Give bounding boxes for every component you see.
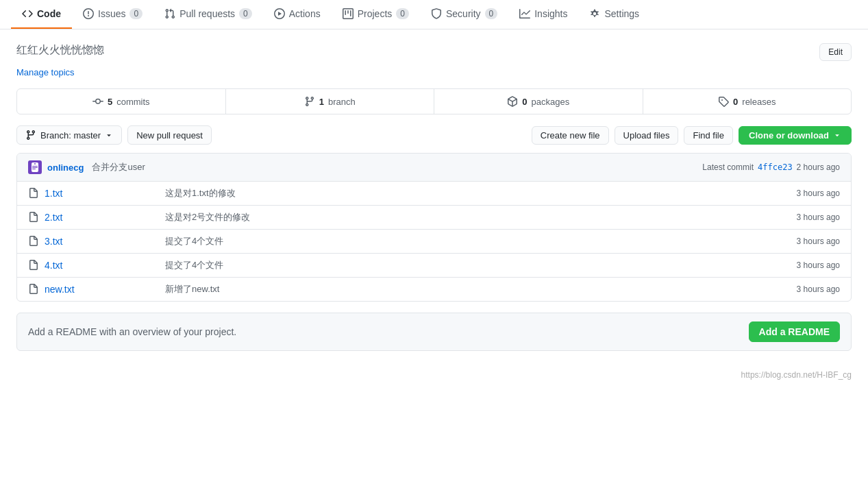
stats-bar: 5 commits 1 branch 0 packages 0 releases	[16, 88, 852, 114]
repo-nav: Code Issues 0 Pull requests 0 Actions Pr…	[0, 0, 868, 29]
projects-badge: 0	[396, 8, 409, 19]
pr-icon	[164, 8, 175, 19]
commit-hash[interactable]: 4ffce23	[758, 162, 793, 172]
file-icon-1	[28, 212, 39, 223]
manage-topics-link[interactable]: Manage topics	[16, 67, 75, 77]
releases-icon	[718, 96, 729, 107]
branch-icon	[25, 130, 36, 141]
add-readme-button[interactable]: Add a README	[749, 321, 840, 342]
repo-description-row: 红红火火恍恍惚惚 Edit	[16, 43, 852, 61]
file-time-1: 3 hours ago	[797, 212, 840, 222]
commits-stat[interactable]: 5 commits	[17, 89, 226, 114]
new-pull-request-button[interactable]: New pull request	[127, 125, 212, 145]
file-name-0[interactable]: 1.txt	[45, 188, 154, 199]
create-new-file-button[interactable]: Create new file	[532, 126, 609, 145]
commits-icon	[92, 96, 103, 107]
file-time-0: 3 hours ago	[797, 189, 840, 198]
action-bar: Branch: master New pull request Create n…	[16, 125, 852, 145]
projects-icon	[343, 8, 354, 19]
find-file-button[interactable]: Find file	[684, 126, 733, 145]
readme-banner-text: Add a README with an overview of your pr…	[28, 326, 236, 337]
file-commit-0: 这是对1.txt的修改	[154, 187, 797, 199]
file-commit-1: 这是对2号文件的修改	[154, 211, 797, 223]
packages-icon	[507, 96, 518, 107]
issues-badge: 0	[129, 8, 142, 19]
file-row: 4.txt 提交了4个文件 3 hours ago	[17, 254, 851, 278]
file-row: 2.txt 这是对2号文件的修改 3 hours ago	[17, 206, 851, 230]
file-time-2: 3 hours ago	[797, 236, 840, 246]
security-badge: 0	[485, 8, 498, 19]
branch-selector[interactable]: Branch: master	[16, 125, 122, 145]
action-bar-right: Create new file Upload files Find file C…	[532, 126, 852, 145]
file-time-3: 3 hours ago	[797, 260, 840, 270]
branches-stat[interactable]: 1 branch	[226, 89, 435, 114]
file-row: 3.txt 提交了4个文件 3 hours ago	[17, 230, 851, 254]
releases-stat[interactable]: 0 releases	[643, 89, 852, 114]
packages-stat[interactable]: 0 packages	[434, 89, 643, 114]
file-row: 1.txt 这是对1.txt的修改 3 hours ago	[17, 182, 851, 206]
file-time-4: 3 hours ago	[797, 284, 840, 294]
clone-or-download-button[interactable]: Clone or download	[739, 126, 852, 145]
file-name-2[interactable]: 3.txt	[45, 236, 154, 247]
commit-time: 2 hours ago	[797, 162, 840, 172]
commit-message: 合并分支user	[92, 161, 145, 173]
tab-issues[interactable]: Issues 0	[72, 0, 153, 29]
footer-url: https://blog.csdn.net/H-IBF_cg	[741, 370, 852, 380]
tab-settings[interactable]: Settings	[578, 0, 650, 29]
action-bar-left: Branch: master New pull request	[16, 125, 212, 145]
file-icon-2	[28, 236, 39, 247]
clone-chevron-icon	[833, 131, 841, 139]
file-icon-3	[28, 260, 39, 271]
footer: https://blog.csdn.net/H-IBF_cg	[0, 365, 868, 385]
commit-author-name[interactable]: onlinecg	[47, 162, 84, 173]
file-name-3[interactable]: 4.txt	[45, 260, 154, 271]
file-icon-4	[28, 284, 39, 295]
latest-commit-row: onlinecg 合并分支user Latest commit 4ffce23 …	[17, 154, 851, 182]
tab-code[interactable]: Code	[11, 0, 72, 29]
actions-icon	[274, 8, 285, 19]
pr-badge: 0	[239, 8, 252, 19]
commit-author-avatar	[28, 160, 42, 174]
file-icon-0	[28, 188, 39, 199]
file-commit-4: 新增了new.txt	[154, 283, 797, 295]
edit-button[interactable]: Edit	[819, 43, 852, 61]
commit-hash-prefix: Latest commit	[702, 162, 754, 172]
file-table: onlinecg 合并分支user Latest commit 4ffce23 …	[16, 153, 852, 302]
chevron-down-icon	[105, 131, 113, 139]
readme-banner: Add a README with an overview of your pr…	[16, 313, 852, 351]
branches-icon	[304, 96, 315, 107]
tab-actions[interactable]: Actions	[263, 0, 332, 29]
file-name-1[interactable]: 2.txt	[45, 212, 154, 223]
repo-description: 红红火火恍恍惚惚	[16, 43, 104, 58]
insights-icon	[519, 8, 530, 19]
file-name-4[interactable]: new.txt	[45, 284, 154, 295]
tab-insights[interactable]: Insights	[508, 0, 578, 29]
code-icon	[22, 8, 33, 19]
security-icon	[431, 8, 442, 19]
tab-projects[interactable]: Projects 0	[332, 0, 420, 29]
file-row: new.txt 新增了new.txt 3 hours ago	[17, 278, 851, 301]
file-commit-3: 提交了4个文件	[154, 259, 797, 271]
upload-files-button[interactable]: Upload files	[615, 126, 679, 145]
settings-icon	[589, 8, 600, 19]
tab-pull-requests[interactable]: Pull requests 0	[153, 0, 263, 29]
tab-security[interactable]: Security 0	[420, 0, 508, 29]
file-commit-2: 提交了4个文件	[154, 235, 797, 247]
main-content: 红红火火恍恍惚惚 Edit Manage topics 5 commits 1 …	[0, 29, 868, 365]
issues-icon	[83, 8, 94, 19]
